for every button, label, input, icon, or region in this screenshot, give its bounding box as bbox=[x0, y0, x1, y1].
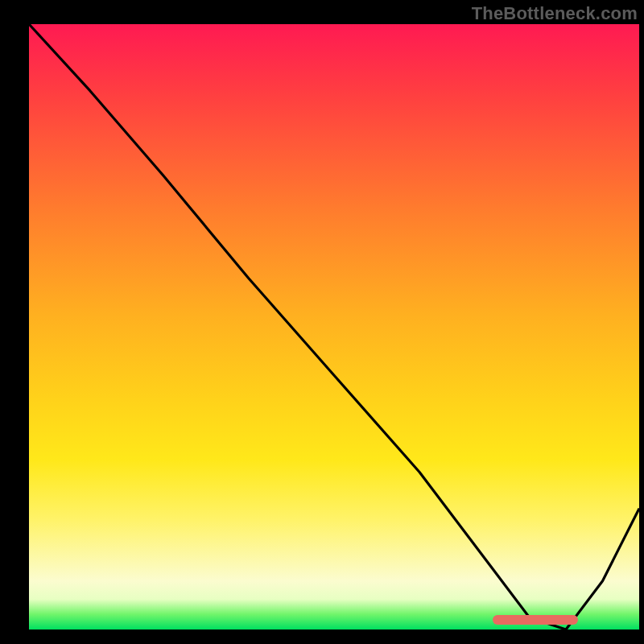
curve-path bbox=[29, 24, 639, 630]
watermark-text: TheBottleneck.com bbox=[472, 3, 638, 24]
optimal-range-marker bbox=[493, 615, 578, 625]
chart-frame: TheBottleneck.com bbox=[0, 0, 644, 644]
bottleneck-curve bbox=[29, 24, 639, 630]
plot-area bbox=[29, 24, 639, 630]
